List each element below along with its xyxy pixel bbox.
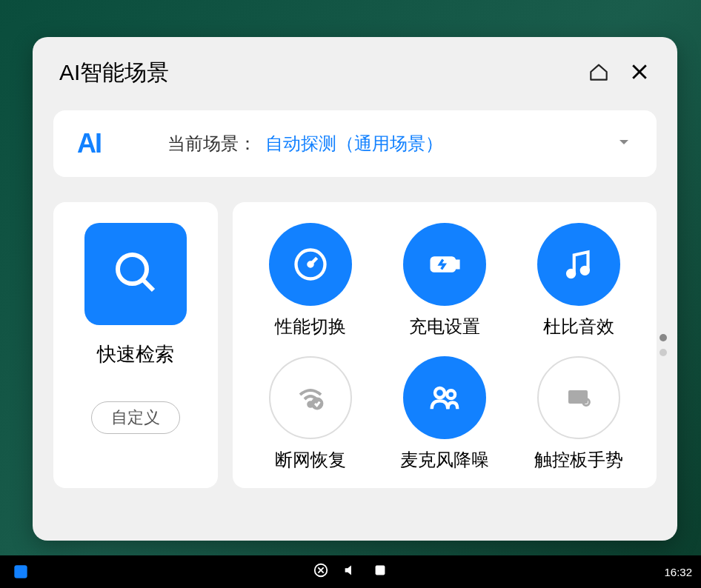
- feature-label: 充电设置: [409, 315, 480, 338]
- svg-rect-22: [376, 566, 385, 575]
- svg-point-9: [568, 270, 574, 277]
- close-icon[interactable]: [628, 61, 651, 86]
- feature-label: 触控板手势: [534, 448, 623, 472]
- taskbar-time[interactable]: 16:32: [664, 566, 692, 578]
- taskbar-app-icon[interactable]: [9, 560, 33, 584]
- feature-label: 断网恢复: [275, 448, 346, 472]
- features-card: 性能切换 充电设置: [233, 202, 657, 488]
- wifi-icon: [269, 356, 352, 439]
- feature-label: 性能切换: [275, 315, 346, 338]
- svg-point-13: [435, 388, 445, 398]
- touchpad-icon: [537, 356, 620, 439]
- svg-rect-15: [568, 390, 588, 404]
- scene-value: 自动探测（通用场景）: [265, 132, 615, 156]
- svg-point-2: [118, 255, 147, 284]
- feature-network-recovery[interactable]: 断网恢复: [250, 356, 371, 472]
- ai-logo: AI: [77, 128, 101, 159]
- svg-point-17: [585, 401, 587, 403]
- svg-line-3: [144, 281, 154, 291]
- tray-volume-icon[interactable]: [342, 562, 359, 581]
- home-icon[interactable]: [587, 60, 611, 87]
- taskbar-right: 16:32: [664, 566, 692, 578]
- feature-touchpad[interactable]: 触控板手势: [518, 356, 639, 472]
- header-actions: [587, 60, 651, 87]
- taskbar-left: [9, 560, 33, 584]
- people-icon: [403, 356, 486, 439]
- svg-rect-18: [14, 565, 27, 578]
- content-row: 快速检索 自定义 性能切换: [53, 202, 657, 488]
- tray-close-icon[interactable]: [313, 562, 329, 581]
- quick-search-tile[interactable]: [84, 223, 187, 325]
- battery-icon: [403, 223, 486, 306]
- ai-scene-panel: AI智能场景 AI 当前场景： 自动探测（通用场景）: [33, 37, 677, 541]
- feature-charging[interactable]: 充电设置: [385, 223, 505, 338]
- svg-point-10: [581, 267, 588, 274]
- feature-mic-noise[interactable]: 麦克风降噪: [385, 356, 505, 472]
- gauge-icon: [269, 223, 352, 306]
- feature-label: 杜比音效: [543, 315, 614, 338]
- feature-label: 麦克风降噪: [400, 448, 489, 472]
- customize-button[interactable]: 自定义: [91, 401, 180, 434]
- tray-app-icon[interactable]: [372, 562, 388, 581]
- page-dot-2[interactable]: [660, 349, 667, 356]
- page-dot-1[interactable]: [660, 334, 667, 341]
- scene-selector[interactable]: AI 当前场景： 自动探测（通用场景）: [53, 110, 657, 177]
- svg-point-14: [447, 390, 455, 398]
- quick-search-label: 快速检索: [97, 341, 174, 367]
- feature-dolby[interactable]: 杜比音效: [518, 223, 639, 338]
- scene-label: 当前场景：: [167, 132, 256, 156]
- pagination-dots[interactable]: [660, 334, 667, 356]
- panel-title: AI智能场景: [59, 58, 169, 88]
- svg-rect-8: [455, 261, 458, 268]
- search-icon: [109, 246, 162, 302]
- music-icon: [537, 223, 620, 306]
- quick-search-card: 快速检索 自定义: [53, 202, 218, 488]
- features-grid: 性能切换 充电设置: [250, 223, 639, 472]
- chevron-down-icon[interactable]: [615, 133, 633, 154]
- taskbar: 16:32: [0, 555, 701, 588]
- taskbar-center: [313, 562, 388, 581]
- feature-performance[interactable]: 性能切换: [250, 223, 371, 338]
- svg-point-6: [309, 262, 313, 266]
- panel-header: AI智能场景: [53, 58, 657, 88]
